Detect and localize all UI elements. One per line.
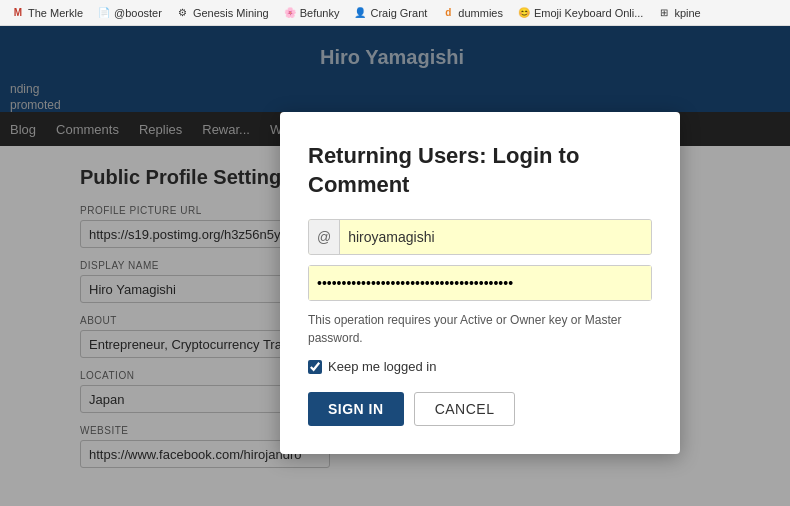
bookmark-genesis[interactable]: ⚙ Genesis Mining	[171, 4, 274, 22]
password-input[interactable]	[309, 266, 651, 300]
bookmark-merkle-label: The Merkle	[28, 7, 83, 19]
keep-logged-row: Keep me logged in	[308, 359, 652, 374]
emoji-icon: 😊	[517, 6, 531, 20]
bookmark-bar: M The Merkle 📄 @booster ⚙ Genesis Mining…	[0, 0, 790, 26]
sign-in-button[interactable]: SIGN IN	[308, 392, 404, 426]
bookmark-dummies-label: dummies	[458, 7, 503, 19]
site-wrapper: Hiro Yamagishi nding promoted Blog Comme…	[0, 26, 790, 506]
bookmark-booster[interactable]: 📄 @booster	[92, 4, 167, 22]
bookmark-booster-label: @booster	[114, 7, 162, 19]
modal-title: Returning Users: Login to Comment	[308, 142, 652, 199]
bookmark-emoji[interactable]: 😊 Emoji Keyboard Onli...	[512, 4, 648, 22]
username-prefix: @	[309, 220, 340, 254]
craig-icon: 👤	[353, 6, 367, 20]
hint-text: This operation requires your Active or O…	[308, 311, 652, 347]
bookmark-craig-label: Craig Grant	[370, 7, 427, 19]
username-input[interactable]	[340, 220, 651, 254]
bookmark-merkle[interactable]: M The Merkle	[6, 4, 88, 22]
befunky-icon: 🌸	[283, 6, 297, 20]
genesis-icon: ⚙	[176, 6, 190, 20]
keep-logged-checkbox[interactable]	[308, 360, 322, 374]
keep-logged-label: Keep me logged in	[328, 359, 436, 374]
cancel-button[interactable]: CANCEL	[414, 392, 516, 426]
bookmark-befunky-label: Befunky	[300, 7, 340, 19]
password-input-row	[308, 265, 652, 301]
bookmark-befunky[interactable]: 🌸 Befunky	[278, 4, 345, 22]
dummies-icon: d	[441, 6, 455, 20]
username-input-row: @	[308, 219, 652, 255]
bookmark-kpine-label: kpine	[674, 7, 700, 19]
kpine-icon: ⊞	[657, 6, 671, 20]
button-row: SIGN IN CANCEL	[308, 392, 652, 426]
bookmark-kpine[interactable]: ⊞ kpine	[652, 4, 705, 22]
bookmark-craig[interactable]: 👤 Craig Grant	[348, 4, 432, 22]
bookmark-emoji-label: Emoji Keyboard Onli...	[534, 7, 643, 19]
merkle-icon: M	[11, 6, 25, 20]
booster-icon: 📄	[97, 6, 111, 20]
bookmark-dummies[interactable]: d dummies	[436, 4, 508, 22]
login-modal: Returning Users: Login to Comment @ This…	[280, 112, 680, 454]
bookmark-genesis-label: Genesis Mining	[193, 7, 269, 19]
